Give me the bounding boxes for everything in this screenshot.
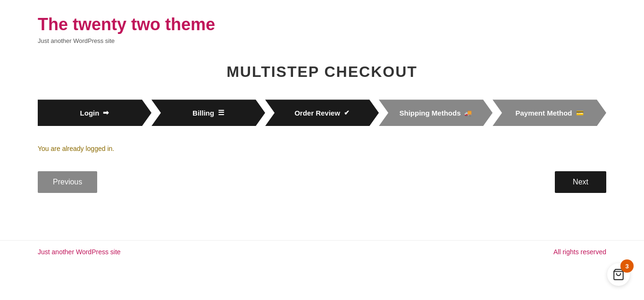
page-wrapper: The twenty two theme Just another WordPr…: [0, 0, 644, 300]
steps-container: Login ➡ Billing ☰ Order Review: [38, 100, 606, 126]
checkout-title: MULTISTEP CHECKOUT: [38, 63, 606, 81]
step-order-review[interactable]: Order Review ✔: [265, 100, 379, 126]
logged-in-message: You are already logged in.: [38, 145, 606, 152]
step-login-text: Login: [80, 109, 100, 117]
nav-buttons: Previous Next: [38, 171, 606, 193]
login-icon: ➡: [103, 108, 109, 117]
step-order-review-text: Order Review: [294, 109, 340, 117]
cart-widget[interactable]: 3: [607, 263, 630, 286]
footer: Just another WordPress site All rights r…: [0, 240, 644, 263]
step-payment-method[interactable]: Payment Method 💳: [493, 100, 606, 126]
step-shipping-methods-label: Shipping Methods 🚚: [400, 109, 472, 117]
step-shipping-methods-text: Shipping Methods: [400, 109, 461, 117]
cart-badge: 3: [620, 259, 634, 273]
billing-icon: ☰: [218, 108, 224, 117]
step-payment-method-label: Payment Method 💳: [515, 109, 583, 117]
footer-right-text: All rights reserved: [553, 248, 606, 256]
main-content: MULTISTEP CHECKOUT Login ➡ Billing ☰: [0, 54, 644, 240]
order-review-icon: ✔: [344, 109, 350, 117]
step-payment-method-text: Payment Method: [515, 109, 572, 117]
step-login-label: Login ➡: [80, 108, 109, 117]
next-button[interactable]: Next: [555, 171, 606, 193]
shipping-icon: 🚚: [464, 109, 472, 117]
previous-button[interactable]: Previous: [38, 171, 97, 193]
step-billing[interactable]: Billing ☰: [151, 100, 265, 126]
step-billing-text: Billing: [192, 109, 214, 117]
step-shipping-methods[interactable]: Shipping Methods 🚚: [379, 100, 493, 126]
footer-left-text: Just another WordPress site: [38, 248, 121, 256]
site-title: The twenty two theme: [38, 14, 606, 34]
header: The twenty two theme Just another WordPr…: [0, 0, 644, 54]
payment-icon: 💳: [576, 109, 584, 117]
cart-icon-button[interactable]: 3: [607, 263, 630, 286]
step-billing-label: Billing ☰: [192, 108, 224, 117]
step-order-review-label: Order Review ✔: [294, 109, 350, 117]
site-tagline: Just another WordPress site: [38, 37, 606, 44]
step-login[interactable]: Login ➡: [38, 100, 151, 126]
